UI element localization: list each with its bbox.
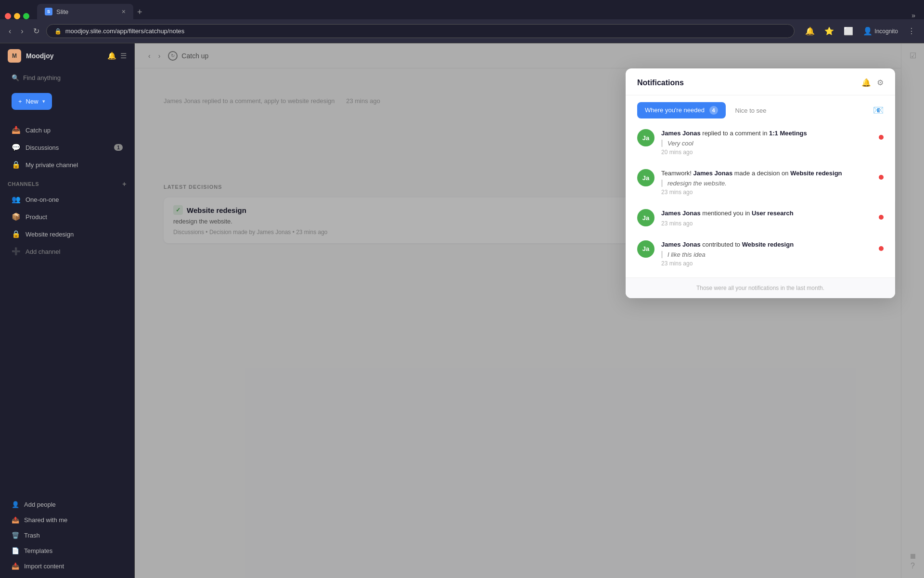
new-tab-button[interactable]: + [137, 7, 142, 17]
new-button-wrapper: + New ▾ [6, 91, 128, 116]
notif-quote: redesign the website. [661, 180, 872, 187]
notif-link: 1:1 Meetings [769, 130, 807, 137]
back-button[interactable]: ‹ [6, 25, 14, 38]
notifications-title: Notifications [637, 79, 684, 87]
notifications-list: Ja James Jonas replied to a comment in 1… [626, 118, 895, 277]
notifications-footer: Those were all your notifications in the… [626, 277, 895, 298]
main-content: ‹ › ↻ Catch up James Jonas replied to a … [135, 43, 924, 578]
sidebar-item-oneonone[interactable]: 👥 One-on-one [4, 191, 130, 208]
sidebar-item-add-channel[interactable]: ➕ Add channel [4, 243, 130, 260]
maximize-traffic-light[interactable] [23, 13, 29, 19]
sidebar-item-catchup[interactable]: 📥 Catch up [4, 122, 130, 138]
extensions-button[interactable]: 🔔 [802, 25, 818, 38]
traffic-lights [5, 13, 29, 19]
sidebar-item-shared-with-me[interactable]: 📤 Shared with me [4, 512, 130, 527]
avatar: Ja [637, 240, 654, 258]
notif-action: made a decision on [734, 170, 790, 177]
tab-favicon: S [45, 8, 52, 15]
sidebar-item-templates[interactable]: 📄 Templates [4, 543, 130, 558]
sidebar-spacer [0, 260, 134, 493]
sidebar-item-discussions[interactable]: 💬 Discussions 1 [4, 139, 130, 156]
notif-author: James Jonas [693, 170, 732, 177]
notif-quote: I like this idea [661, 251, 872, 258]
browser-actions: 🔔 ⭐ ⬜ 👤 Incognito ⋮ [802, 25, 918, 38]
sidebar-item-trash[interactable]: 🗑️ Trash [4, 528, 130, 543]
tab-where-needed[interactable]: Where you're needed 4 [637, 102, 726, 118]
notif-link: Website redesign [742, 241, 794, 248]
sidebar-item-label: Import content [24, 563, 64, 570]
unread-indicator [879, 175, 884, 180]
notification-item[interactable]: Ja James Jonas replied to a comment in 1… [626, 122, 895, 162]
address-bar[interactable]: 🔒 moodjoy.slite.com/app/filters/catchup/… [46, 24, 795, 38]
url-text: moodjoy.slite.com/app/filters/catchup/no… [65, 27, 185, 35]
split-view-button[interactable]: ⬜ [841, 25, 856, 38]
notif-time: 23 mins ago [661, 189, 872, 196]
sidebar-item-label: Add channel [26, 248, 60, 255]
avatar: Ja [637, 129, 654, 146]
plus-icon: + [18, 98, 22, 105]
sidebar-item-private-channel[interactable]: 🔒 My private channel [4, 157, 130, 173]
unread-indicator [879, 246, 884, 251]
new-button[interactable]: + New ▾ [12, 93, 52, 110]
channels-section-header: Channels + [0, 173, 134, 191]
mark-all-read-icon[interactable]: 📧 [873, 105, 884, 116]
notification-text: James Jonas mentioned you in User resear… [661, 209, 872, 218]
notif-author: James Jonas [661, 130, 701, 137]
notification-text: Teamwork! James Jonas made a decision on… [661, 169, 872, 178]
tab-nice-to-see[interactable]: Nice to see [728, 103, 774, 118]
discussions-badge: 1 [114, 144, 123, 151]
notif-time: 23 mins ago [661, 220, 872, 227]
sidebar-toggle-icon[interactable]: ☰ [120, 52, 127, 60]
profile-label: Incognito [874, 28, 898, 35]
sidebar-item-label: Templates [24, 547, 52, 554]
minimize-traffic-light[interactable] [14, 13, 20, 19]
sidebar-bottom: 👤 Add people 📤 Shared with me 🗑️ Trash 📄… [0, 493, 134, 578]
notification-item[interactable]: Ja Teamwork! James Jonas made a decision… [626, 162, 895, 202]
add-icon: ➕ [12, 247, 21, 256]
import-icon: 📥 [12, 563, 19, 570]
lock-icon: 🔒 [12, 160, 21, 169]
active-tab[interactable]: S Slite × [37, 4, 133, 19]
notif-action: contributed to [702, 241, 742, 248]
profile-button[interactable]: 👤 Incognito [860, 25, 901, 38]
notif-action: mentioned you in [702, 210, 752, 217]
forward-button[interactable]: › [18, 25, 26, 38]
more-options-button[interactable]: ⋮ [905, 25, 918, 38]
bell-icon[interactable]: 🔔 [861, 78, 871, 87]
notification-content: James Jonas mentioned you in User resear… [661, 209, 872, 226]
notification-text: James Jonas contributed to Website redes… [661, 240, 872, 249]
sidebar-item-import[interactable]: 📥 Import content [4, 559, 130, 574]
notification-item[interactable]: Ja James Jonas contributed to Website re… [626, 234, 895, 274]
add-channel-icon[interactable]: + [122, 180, 127, 188]
more-tabs-button[interactable]: » [911, 12, 919, 19]
sidebar-item-product[interactable]: 📦 Product [4, 209, 130, 225]
sidebar-item-label: Product [26, 213, 47, 221]
workspace-initials: M [12, 53, 17, 59]
search-icon: 🔍 [12, 74, 19, 81]
notification-item[interactable]: Ja James Jonas mentioned you in User res… [626, 202, 895, 233]
channels-label: Channels [8, 181, 39, 187]
notification-content: Teamwork! James Jonas made a decision on… [661, 169, 872, 196]
notifications-header: Notifications 🔔 ⚙ [626, 68, 895, 95]
app-container: M Moodjoy 🔔 ☰ 🔍 Find anything + New ▾ 📥 … [0, 43, 924, 578]
chevron-down-icon: ▾ [42, 98, 45, 105]
close-traffic-light[interactable] [5, 13, 11, 19]
notif-link: Website redesign [790, 170, 842, 177]
tab-close-button[interactable]: × [122, 8, 126, 15]
notifications-header-icons: 🔔 ⚙ [861, 78, 884, 87]
sidebar-item-label: Add people [24, 501, 56, 508]
sidebar-item-add-people[interactable]: 👤 Add people [4, 497, 130, 512]
notif-link: User research [752, 210, 794, 217]
lock-icon: 🔒 [12, 230, 21, 238]
sidebar-item-label: Discussions [26, 144, 59, 151]
filter-icon[interactable]: ⚙ [877, 78, 884, 87]
notif-prefix: Teamwork! [661, 170, 693, 177]
catchup-icon: 📥 [12, 126, 21, 134]
search-button[interactable]: 🔍 Find anything [6, 70, 128, 85]
notification-icon[interactable]: 🔔 [107, 52, 116, 60]
refresh-button[interactable]: ↻ [30, 25, 42, 38]
bookmark-button[interactable]: ⭐ [821, 25, 837, 38]
notif-action: replied to a comment in [702, 130, 769, 137]
sidebar-item-website-redesign[interactable]: 🔒 Website redesign [4, 226, 130, 242]
notif-author: James Jonas [661, 210, 701, 217]
